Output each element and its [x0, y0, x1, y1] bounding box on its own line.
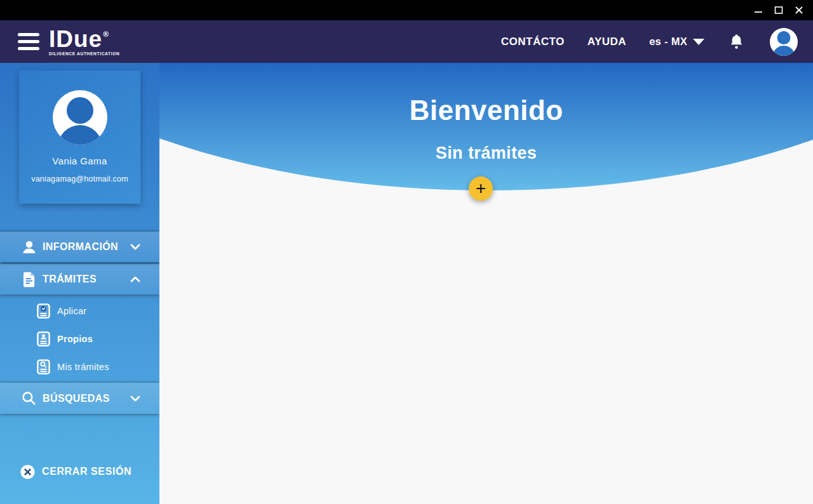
- card-search-icon: [37, 359, 50, 375]
- submenu-item-label: Aplicar: [57, 306, 86, 316]
- search-icon: [21, 391, 37, 406]
- card-person-icon: [37, 331, 50, 347]
- language-value: es - MX: [649, 36, 687, 48]
- document-icon: [21, 272, 37, 288]
- notifications-button[interactable]: [730, 34, 743, 50]
- app-header: IDue® DILIGENCE AUTHENTICATION CONTÁCTO …: [0, 20, 813, 63]
- chevron-down-icon: [130, 244, 140, 250]
- profile-email: vaniagamag@hotmail.com: [31, 175, 128, 183]
- logo-subtitle: DILIGENCE AUTHENTICATION: [49, 52, 119, 56]
- profile-card: Vania Gama vaniagamag@hotmail.com: [19, 70, 140, 204]
- avatar-icon: [770, 28, 798, 56]
- caret-down-icon: [693, 39, 704, 45]
- hamburger-menu-icon[interactable]: [18, 33, 39, 50]
- submenu-item-label: Mis trámites: [57, 362, 109, 372]
- card-check-icon: [37, 303, 50, 319]
- sidebar-item-informacion[interactable]: INFORMACIÓN: [0, 232, 159, 262]
- window-close-button[interactable]: [789, 0, 809, 20]
- nav-ayuda[interactable]: AYUDA: [588, 36, 626, 48]
- bell-icon: [730, 34, 743, 50]
- logo-text: IDue: [49, 26, 102, 52]
- submenu-item-mis-tramites[interactable]: Mis trámites: [0, 353, 159, 381]
- page-body: Vania Gama vaniagamag@hotmail.com INFORM…: [0, 63, 813, 504]
- sidebar-item-busquedas[interactable]: BÚSQUEDAS: [0, 383, 159, 414]
- minimize-icon: [754, 6, 763, 15]
- tramites-submenu: Aplicar Propios: [0, 297, 159, 381]
- welcome-title: Bienvenido: [159, 95, 813, 126]
- chevron-down-icon: [130, 395, 140, 402]
- window-maximize-button[interactable]: [769, 0, 789, 20]
- language-selector[interactable]: es - MX: [649, 36, 704, 48]
- sidebar: Vania Gama vaniagamag@hotmail.com INFORM…: [0, 63, 159, 504]
- logout-label: CERRAR SESIÓN: [42, 466, 131, 477]
- maximize-icon: [774, 6, 783, 15]
- submenu-item-label: Propios: [57, 334, 93, 344]
- person-icon: [21, 240, 37, 255]
- window-minimize-button[interactable]: [748, 0, 769, 20]
- chevron-up-icon: [130, 276, 140, 282]
- add-tramite-button[interactable]: +: [469, 176, 493, 201]
- registered-mark: ®: [103, 30, 109, 39]
- nav-contacto[interactable]: CONTÁCTO: [501, 36, 565, 48]
- submenu-item-aplicar[interactable]: Aplicar: [0, 297, 159, 325]
- header-nav: CONTÁCTO AYUDA es - MX: [501, 28, 813, 56]
- sidebar-item-label: BÚSQUEDAS: [43, 393, 110, 404]
- close-icon: [795, 6, 803, 15]
- submenu-item-propios[interactable]: Propios: [0, 325, 159, 353]
- sidebar-item-label: TRÁMITES: [43, 274, 97, 285]
- profile-avatar-button[interactable]: [770, 28, 798, 56]
- window-titlebar: [0, 0, 813, 20]
- app-logo: IDue® DILIGENCE AUTHENTICATION: [49, 27, 119, 56]
- sidebar-item-tramites[interactable]: TRÁMITES: [0, 264, 159, 295]
- main-content: Bienvenido Sin trámites +: [159, 63, 813, 504]
- circle-x-icon: [20, 465, 35, 479]
- hero-subtitle: Sin trámites: [159, 143, 813, 163]
- profile-name: Vania Gama: [52, 156, 107, 166]
- profile-avatar-icon: [53, 90, 107, 145]
- logout-button[interactable]: CERRAR SESIÓN: [0, 463, 159, 481]
- sidebar-item-label: INFORMACIÓN: [43, 241, 118, 253]
